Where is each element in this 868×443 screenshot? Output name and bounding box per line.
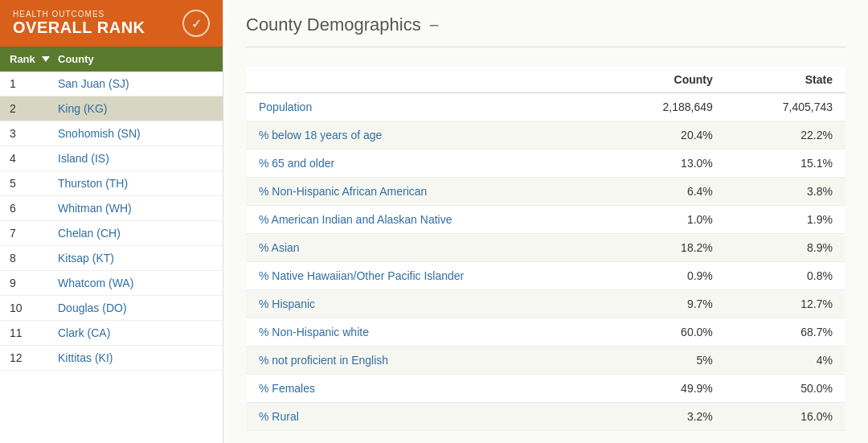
- rank-cell: 12: [10, 351, 58, 364]
- state-value: 8.9%: [726, 234, 845, 262]
- main-content: County Demographics − County State Popul…: [223, 0, 868, 443]
- rank-cell: 1: [10, 77, 58, 90]
- county-col-header: County: [606, 67, 726, 93]
- table-row: % American Indian and Alaskan Native1.0%…: [246, 206, 845, 234]
- county-value: 5%: [606, 347, 726, 375]
- rank-cell: 2: [10, 102, 58, 115]
- county-value: 13.0%: [606, 150, 726, 178]
- section-title-row: County Demographics −: [246, 14, 845, 47]
- list-item[interactable]: 7Chelan (CH): [0, 221, 223, 246]
- rank-column-header[interactable]: Rank: [10, 53, 58, 65]
- list-item[interactable]: 9Whatcom (WA): [0, 271, 223, 296]
- demographic-label: % Non-Hispanic white: [246, 318, 606, 347]
- county-value: 6.4%: [606, 178, 726, 206]
- rank-cell: 10: [10, 301, 58, 314]
- rank-cell: 5: [10, 177, 58, 190]
- table-row: % Hispanic9.7%12.7%: [246, 290, 845, 318]
- rank-cell: 9: [10, 277, 58, 289]
- demographic-label: % American Indian and Alaskan Native: [246, 206, 606, 234]
- county-name-cell: Douglas (DO): [58, 301, 213, 314]
- list-item[interactable]: 11Clark (CA): [0, 321, 223, 346]
- county-value: 60.0%: [606, 318, 726, 347]
- rank-header-label: Rank: [10, 53, 35, 65]
- table-row: % not proficient in English5%4%: [246, 347, 845, 375]
- label-col-header: [246, 67, 606, 93]
- county-list: 1San Juan (SJ)2King (KG)3Snohomish (SN)4…: [0, 72, 223, 443]
- demographic-label: % Hispanic: [246, 290, 606, 318]
- table-row: Population2,188,6497,405,743: [246, 93, 845, 121]
- list-item[interactable]: 6Whitman (WH): [0, 196, 223, 221]
- list-item[interactable]: 2King (KG): [0, 96, 223, 121]
- demographic-label: % 65 and older: [246, 150, 606, 178]
- rank-cell: 7: [10, 227, 58, 240]
- county-name-cell: Whatcom (WA): [58, 277, 213, 289]
- sidebar: HEALTH OUTCOMES OVERALL RANK ✓ Rank Coun…: [0, 0, 223, 443]
- table-row: % Rural3.2%16.0%: [246, 403, 845, 431]
- state-value: 7,405,743: [726, 93, 845, 121]
- county-name-cell: Kittitas (KI): [58, 351, 213, 364]
- county-value: 18.2%: [606, 234, 726, 262]
- table-row: % Native Hawaiian/Other Pacific Islander…: [246, 262, 845, 290]
- list-item[interactable]: 5Thurston (TH): [0, 171, 223, 196]
- county-name-cell: Snohomish (SN): [58, 127, 213, 140]
- county-value: 9.7%: [606, 290, 726, 318]
- rank-cell: 6: [10, 202, 58, 215]
- table-row: % below 18 years of age20.4%22.2%: [246, 121, 845, 150]
- county-name-cell: Clark (CA): [58, 326, 213, 339]
- county-name-cell: Island (IS): [58, 152, 213, 165]
- table-column-headers: Rank County: [0, 47, 223, 72]
- county-value: 2,188,649: [606, 93, 726, 121]
- state-value: 3.8%: [726, 178, 845, 206]
- county-name-cell: Chelan (CH): [58, 227, 213, 240]
- state-value: 68.7%: [726, 318, 845, 347]
- sort-arrow-icon[interactable]: [42, 56, 50, 62]
- table-header-row: County State: [246, 67, 845, 93]
- list-item[interactable]: 12Kittitas (KI): [0, 346, 223, 371]
- collapse-icon[interactable]: −: [429, 17, 440, 35]
- table-row: % 65 and older13.0%15.1%: [246, 150, 845, 178]
- overall-rank-label: OVERALL RANK: [13, 18, 145, 37]
- county-name-cell: King (KG): [58, 102, 213, 115]
- county-value: 0.9%: [606, 262, 726, 290]
- table-row: % Non-Hispanic African American6.4%3.8%: [246, 178, 845, 206]
- expand-collapse-icon[interactable]: ✓: [182, 10, 210, 37]
- state-value: 16.0%: [726, 403, 845, 431]
- state-value: 22.2%: [726, 121, 845, 150]
- county-name-cell: Kitsap (KT): [58, 252, 213, 265]
- list-item[interactable]: 3Snohomish (SN): [0, 121, 223, 146]
- table-row: % Asian18.2%8.9%: [246, 234, 845, 262]
- rank-cell: 4: [10, 152, 58, 165]
- county-name-cell: Whitman (WH): [58, 202, 213, 215]
- demographic-label: % Females: [246, 375, 606, 403]
- county-value: 49.9%: [606, 375, 726, 403]
- demographics-table: County State Population2,188,6497,405,74…: [246, 67, 845, 431]
- demographic-label: % Rural: [246, 403, 606, 431]
- state-value: 50.0%: [726, 375, 845, 403]
- demographic-label: % Asian: [246, 234, 606, 262]
- county-value: 20.4%: [606, 121, 726, 150]
- state-value: 4%: [726, 347, 845, 375]
- list-item[interactable]: 1San Juan (SJ): [0, 72, 223, 96]
- list-item[interactable]: 10Douglas (DO): [0, 296, 223, 321]
- county-value: 3.2%: [606, 403, 726, 431]
- state-value: 15.1%: [726, 150, 845, 178]
- state-col-header: State: [726, 67, 845, 93]
- sidebar-header: HEALTH OUTCOMES OVERALL RANK ✓: [0, 0, 223, 47]
- section-title: County Demographics: [246, 14, 421, 35]
- county-name-cell: San Juan (SJ): [58, 77, 213, 90]
- sidebar-header-text: HEALTH OUTCOMES OVERALL RANK: [13, 10, 145, 37]
- county-name-cell: Thurston (TH): [58, 177, 213, 190]
- demographic-label: % below 18 years of age: [246, 121, 606, 150]
- county-column-header: County: [58, 53, 213, 65]
- demographic-label: % Non-Hispanic African American: [246, 178, 606, 206]
- health-outcomes-label: HEALTH OUTCOMES: [13, 10, 145, 18]
- list-item[interactable]: 8Kitsap (KT): [0, 246, 223, 271]
- county-value: 1.0%: [606, 206, 726, 234]
- demographic-label: % Native Hawaiian/Other Pacific Islander: [246, 262, 606, 290]
- list-item[interactable]: 4Island (IS): [0, 146, 223, 171]
- rank-cell: 8: [10, 252, 58, 265]
- state-value: 0.8%: [726, 262, 845, 290]
- table-row: % Females49.9%50.0%: [246, 375, 845, 403]
- state-value: 12.7%: [726, 290, 845, 318]
- demographic-label: Population: [246, 93, 606, 121]
